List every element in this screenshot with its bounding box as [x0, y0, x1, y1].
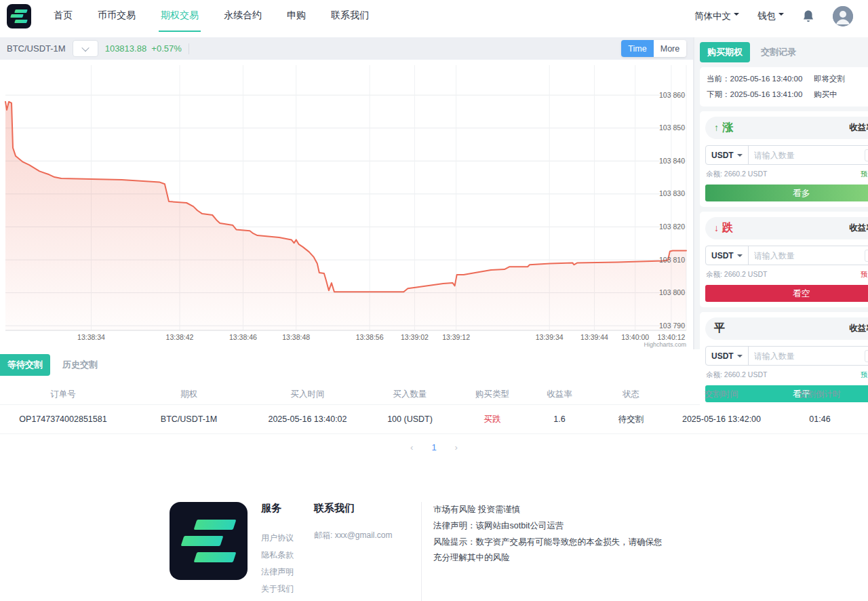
bet-up-card: ↑涨 收益率 1.6 USDT USDT 余额: 2660.2 USDT 预计收…	[700, 111, 868, 207]
trade-panel: 购买期权 交割记录 当前：2025-05-16 13:40:00 即将交割 00…	[693, 37, 868, 349]
chevron-down-icon	[778, 13, 784, 18]
svg-text:Highcharts.com: Highcharts.com	[644, 341, 686, 348]
down-rate: 收益率 1.6	[849, 222, 868, 234]
col-buy-time: 买入时间	[252, 389, 363, 400]
link-legal-notice[interactable]: 法律声明	[261, 564, 294, 581]
svg-text:103 860: 103 860	[659, 91, 685, 99]
tab-settlement-records[interactable]: 交割记录	[761, 46, 796, 58]
pagination: ‹ 1 ›	[0, 442, 868, 452]
tab-buy-options[interactable]: 购买期权	[700, 42, 750, 62]
col-buy-type: 购买类型	[456, 389, 528, 400]
up-rate: 收益率 1.6	[849, 122, 868, 134]
main-area: BTC/USDT-1M 103813.88 +0.57% Time More 1…	[0, 37, 868, 349]
next-label: 下期：	[707, 90, 730, 98]
footer-contact-column: 联系我们 邮箱: xxx@gmail.com	[314, 502, 409, 601]
flat-currency-select[interactable]: USDT	[706, 347, 749, 365]
current-label: 当前：	[707, 75, 730, 83]
chevron-down-icon	[737, 154, 743, 159]
next-status: 购买中	[814, 90, 868, 100]
language-dropdown[interactable]: 简体中文	[694, 10, 739, 22]
cell-buy-amount: 100 (USDT)	[363, 414, 456, 424]
bet-flat-header: 平 收益率 1.6	[705, 317, 868, 340]
user-avatar[interactable]	[833, 6, 853, 26]
contact-title: 联系我们	[314, 502, 409, 515]
table-row[interactable]: OP1747374002851581 BTC/USDT-1M 2025-05-1…	[0, 404, 868, 434]
svg-text:103 850: 103 850	[659, 123, 685, 132]
go-long-button[interactable]: 看多	[705, 185, 868, 201]
legal-line-3: 风险提示：数字资产交易有可能导致您的本金损失，请确保您充分理解其中的风险	[433, 535, 664, 566]
svg-text:13:39:12: 13:39:12	[442, 333, 470, 341]
link-user-agreement[interactable]: 用户协议	[261, 530, 294, 547]
svg-text:13:40:12: 13:40:12	[657, 333, 685, 341]
nav-item-subscribe[interactable]: 申购	[285, 0, 308, 32]
bet-down-card: ↓跌 收益率 1.6 USDT USDT 余额: 2660.2 USDT 预计收…	[700, 212, 868, 307]
pair-label: BTC/USDT-1M	[7, 43, 66, 54]
svg-text:13:39:02: 13:39:02	[401, 333, 429, 341]
current-status: 即将交割	[814, 74, 868, 84]
nav-item-spot-trade[interactable]: 币币交易	[96, 0, 138, 32]
nav-item-contact[interactable]: 联系我们	[329, 0, 371, 32]
up-meta-row: 余额: 2660.2 USDT 预计收益: 0	[706, 170, 868, 179]
down-amount-input[interactable]	[749, 251, 865, 260]
down-amount-row: USDT USDT	[705, 246, 868, 265]
up-amount-input[interactable]	[749, 151, 865, 160]
go-short-button[interactable]: 看空	[705, 285, 868, 302]
next-period-row: 下期：2025-05-16 13:41:00 购买中 01:46	[707, 87, 868, 102]
svg-text:103 790: 103 790	[659, 322, 685, 330]
down-balance: 余额: 2660.2 USDT	[706, 270, 767, 279]
link-about-us[interactable]: 关于我们	[261, 581, 294, 598]
cell-buy-type: 买跌	[456, 414, 528, 425]
col-buy-amount: 买入数量	[363, 389, 456, 400]
tab-pending-settlement[interactable]: 等待交割	[0, 354, 50, 376]
footer-brand-logo	[170, 502, 248, 580]
chevron-down-icon	[81, 43, 89, 51]
col-status: 状态	[591, 389, 671, 400]
up-currency-select[interactable]: USDT	[706, 146, 749, 164]
svg-text:103 800: 103 800	[659, 288, 685, 296]
down-unit-badge: USDT	[865, 250, 868, 262]
footer-service-column: 服务 用户协议 隐私条款 法律声明 关于我们	[261, 502, 294, 601]
brand-logo[interactable]	[7, 4, 31, 28]
down-meta-row: 余额: 2660.2 USDT 预计收益: 0	[706, 270, 868, 279]
current-time: 2025-05-16 13:40:00	[730, 75, 803, 83]
more-mode-button[interactable]: More	[654, 40, 686, 57]
nav-item-home[interactable]: 首页	[52, 0, 75, 32]
svg-text:13:38:56: 13:38:56	[356, 333, 384, 341]
flat-meta-row: 余额: 2660.2 USDT 预计收益: 0	[706, 370, 868, 380]
svg-text:103 840: 103 840	[659, 157, 685, 165]
cell-rate: 1.6	[528, 414, 591, 424]
flat-amount-input[interactable]	[749, 351, 865, 361]
legal-line-2: 法律声明：该网站由sotbit公司运营	[433, 518, 664, 534]
nav-item-options-trade[interactable]: 期权交易	[159, 0, 201, 32]
top-right-cluster: 简体中文 钱包	[694, 6, 853, 26]
chart-mode-segmented: Time More	[621, 40, 686, 57]
notification-bell-icon[interactable]	[802, 9, 814, 23]
nav-item-perpetual[interactable]: 永续合约	[222, 0, 264, 32]
service-title: 服务	[261, 502, 294, 515]
tab-history-settlement[interactable]: 历史交割	[62, 359, 98, 371]
pair-select-dropdown[interactable]	[73, 40, 98, 57]
flat-unit-badge: USDT	[865, 350, 868, 362]
col-countdown: 交割倒计时	[772, 389, 868, 400]
flat-rate: 收益率 1.6	[849, 323, 868, 334]
wallet-dropdown[interactable]: 钱包	[757, 10, 784, 22]
price-chart[interactable]: 103 860103 850103 840103 830103 820103 8…	[0, 60, 693, 352]
svg-text:13:39:44: 13:39:44	[580, 333, 608, 341]
col-settle-time: 交割时间	[671, 389, 772, 400]
page-1-button[interactable]: 1	[431, 442, 436, 452]
up-arrow-icon: ↑	[714, 122, 719, 133]
next-page-button[interactable]: ›	[455, 442, 458, 452]
cell-status: 待交割	[591, 414, 671, 425]
down-currency-select[interactable]: USDT	[706, 246, 749, 265]
legal-line-1: 市场有风险 投资需谨慎	[433, 502, 664, 518]
prev-page-button[interactable]: ‹	[410, 442, 413, 452]
cell-settle-time: 2025-05-16 13:42:00	[671, 414, 772, 424]
down-arrow-icon: ↓	[714, 222, 719, 233]
current-period-row: 当前：2025-05-16 13:40:00 即将交割 00:46	[707, 71, 868, 87]
footer-vertical-divider	[421, 502, 422, 601]
flat-balance: 余额: 2660.2 USDT	[706, 370, 767, 380]
bet-up-header: ↑涨 收益率 1.6	[705, 117, 868, 139]
up-balance: 余额: 2660.2 USDT	[706, 170, 767, 179]
link-privacy-terms[interactable]: 隐私条款	[261, 547, 294, 564]
time-mode-button[interactable]: Time	[621, 40, 654, 57]
